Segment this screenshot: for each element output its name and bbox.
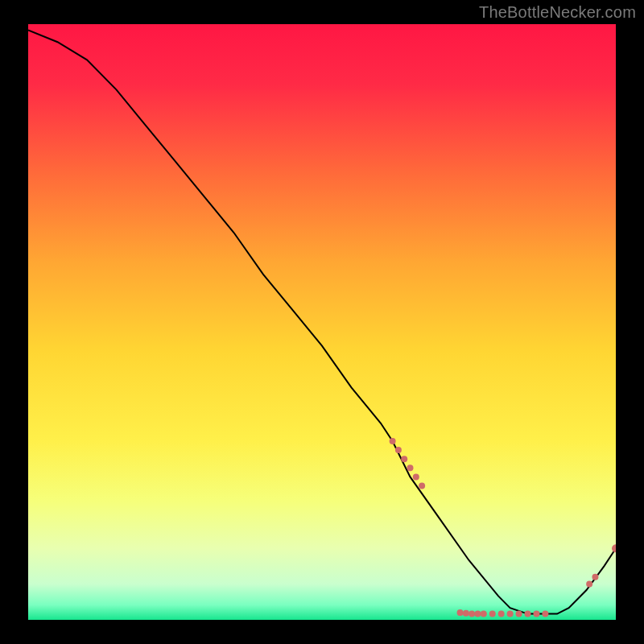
data-marker xyxy=(516,611,522,617)
chart-stage: TheBottleNecker.com xyxy=(0,0,644,644)
data-marker xyxy=(489,611,496,617)
data-marker xyxy=(401,456,407,462)
data-marker xyxy=(463,610,469,617)
data-marker xyxy=(498,611,505,617)
data-marker xyxy=(586,581,592,588)
data-marker xyxy=(481,611,487,617)
data-marker xyxy=(507,611,514,617)
data-marker xyxy=(413,473,419,480)
attribution-text: TheBottleNecker.com xyxy=(479,3,636,22)
data-marker xyxy=(395,447,402,453)
data-marker xyxy=(407,464,414,471)
data-marker xyxy=(592,574,598,580)
plot-area xyxy=(28,24,616,620)
data-marker xyxy=(469,611,475,617)
data-marker xyxy=(457,609,464,616)
data-marker xyxy=(533,611,539,617)
data-marker xyxy=(542,611,548,617)
data-marker xyxy=(525,611,531,617)
data-marker xyxy=(474,611,481,617)
gradient-background xyxy=(28,24,616,620)
data-marker xyxy=(390,438,396,444)
chart-svg xyxy=(28,24,616,620)
data-marker xyxy=(419,483,425,489)
